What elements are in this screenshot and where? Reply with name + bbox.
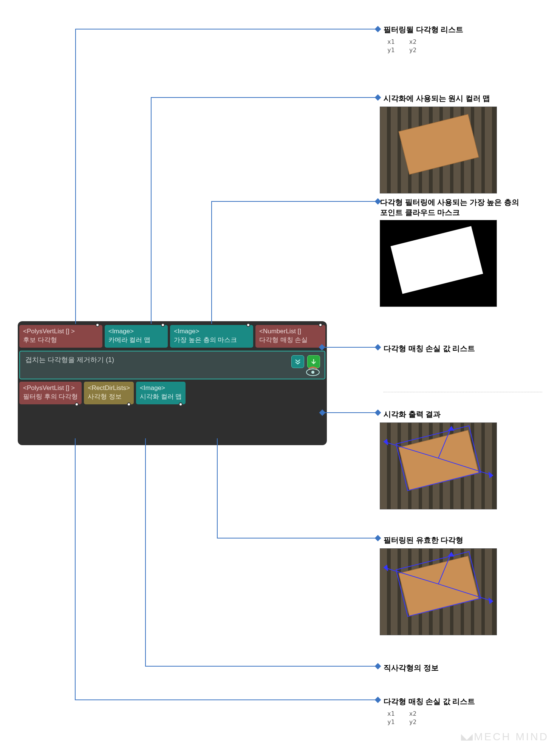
port-dot [161,323,165,327]
label-match-loss: 다각형 매칭 손실 값 리스트 [384,344,475,354]
port-dot [319,323,322,327]
port-dot [246,323,250,327]
node-body[interactable]: 겹치는 다각형을 제거하기 (1) [19,351,325,379]
svg-marker-6 [449,427,454,430]
input-port-match-loss[interactable]: <NumberList [] 다각형 매칭 손실 [255,325,325,348]
label-raw-colormap: 시각화에 사용되는 원시 컬러 맵 [384,93,490,104]
port-dot [75,402,79,406]
separator-line [384,392,542,392]
svg-marker-11 [384,565,388,571]
port-name: 카메라 컬러 맵 [108,336,164,345]
preview-raw-colormap [380,107,497,193]
port-type: <Image> [108,327,164,336]
output-port-rectangle-info[interactable]: <RectDirLists> 사각형 정보 [84,382,133,404]
node-remove-overlapping-polygons: <PolysVertList [] > 후보 다각형 <Image> 카메라 컬… [18,321,327,445]
svg-marker-4 [384,439,388,445]
watermark: ◣◢MECH MIND [461,731,549,743]
overlay-arrows-viz [380,423,497,509]
watermark-logo-icon: ◣◢ [461,732,472,741]
overlay-arrows-filtered [380,549,497,635]
svg-marker-2 [489,472,493,478]
svg-point-16 [311,371,314,374]
port-type: <PolysVertList [] > [23,327,99,336]
output-port-filtered-polygons[interactable]: <PolysVertList [] > 필터링 후의 다각형 [19,382,82,404]
svg-marker-9 [489,598,493,603]
port-dot [96,323,99,327]
port-name: 시각화 컬러 맵 [140,393,182,401]
svg-line-12 [438,552,452,584]
preview-viz-output [380,422,497,509]
port-type: <Image> [140,384,182,393]
label-viz-output: 시각화 출력 결과 [384,409,441,419]
port-type: <RectDirLists> [88,384,130,393]
port-name: 사각형 정보 [88,393,130,401]
sublabel-filter-poly-xy: x1 x2 y1 y2 [387,38,416,55]
input-port-row: <PolysVertList [] > 후보 다각형 <Image> 카메라 컬… [19,325,325,348]
preview-box-raw [399,114,479,175]
port-dot [179,402,183,406]
visibility-icon[interactable] [306,367,320,376]
output-port-row: <PolysVertList [] > 필터링 후의 다각형 <RectDirL… [19,382,325,404]
label-mask: 다각형 필터링에 사용되는 가장 높은 층의 포인트 클라우드 마스크 [380,197,519,218]
svg-line-5 [438,427,452,458]
svg-marker-13 [449,552,454,556]
input-port-top-layer-mask[interactable]: <Image> 가장 높은 층의 마스크 [170,325,253,348]
port-type: <NumberList [] [259,327,322,336]
label-match-loss-2: 다각형 매칭 손실 값 리스트 [384,696,475,707]
node-title: 겹치는 다각형을 제거하기 (1) [25,356,114,364]
preview-mask [380,220,497,307]
sublabel-match-loss-xy: x1 x2 y1 y2 [387,710,416,727]
svg-line-1 [438,458,493,475]
expand-button[interactable] [291,355,304,368]
run-button[interactable] [307,355,320,368]
svg-line-3 [384,442,438,458]
preview-filtered-valid [380,548,497,635]
port-type: <PolysVertList [] > [23,384,78,393]
label-filter-poly-list: 필터링될 다각형 리스트 [384,25,463,35]
output-port-viz-colormap[interactable]: <Image> 시각화 컬러 맵 [136,382,186,404]
port-name: 필터링 후의 다각형 [23,393,78,401]
watermark-text: MECH MIND [474,731,549,743]
port-name: 다각형 매칭 손실 [259,336,322,345]
chevron-double-down-icon [294,358,301,365]
input-port-candidate-polygons[interactable]: <PolysVertList [] > 후보 다각형 [19,325,102,348]
port-dot [127,402,131,406]
port-name: 가장 높은 층의 마스크 [174,336,249,345]
arrow-down-icon [310,358,317,365]
svg-line-10 [384,568,438,584]
port-name: 후보 다각형 [23,336,99,345]
label-rect-info: 직사각형의 정보 [384,663,439,673]
port-type: <Image> [174,327,249,336]
svg-line-8 [438,584,493,601]
input-port-camera-colormap[interactable]: <Image> 카메라 컬러 맵 [105,325,168,348]
label-filtered-valid: 필터링된 유효한 다각형 [384,535,463,545]
